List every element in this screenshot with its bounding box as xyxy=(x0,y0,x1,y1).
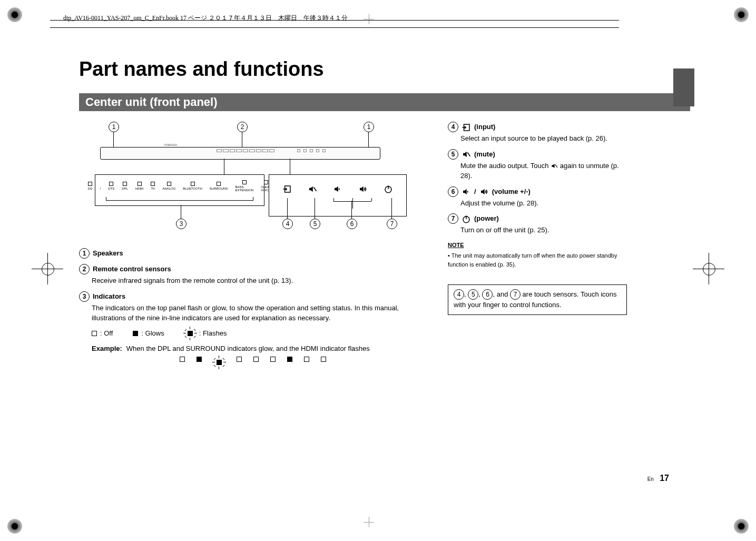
soundbar-body: YAMAHA xyxy=(100,147,380,160)
header-file-info: dtp_AV16-0011_YAS-207_om_C_EnFr.book 17 … xyxy=(63,14,348,23)
legend-glows: : Glows xyxy=(133,328,164,339)
registration-mark xyxy=(734,519,749,534)
fold-mark xyxy=(364,517,374,527)
registration-mark xyxy=(7,7,22,22)
crop-mark xyxy=(682,242,735,295)
note-body: • The unit may automatically turn off wh… xyxy=(448,251,627,269)
volume-down-icon xyxy=(333,183,342,194)
volume-down-icon xyxy=(462,186,471,197)
page-title: Part names and functions xyxy=(79,58,690,81)
fold-mark xyxy=(364,14,374,24)
page-footer: En 17 xyxy=(647,474,669,483)
legend-flashes: : Flashes xyxy=(184,328,227,339)
callout-3: 3 xyxy=(176,219,186,229)
mute-icon xyxy=(308,183,317,194)
registration-mark xyxy=(734,7,749,22)
header-rule-bottom xyxy=(50,27,619,28)
desc-speakers: 1Speakers xyxy=(79,248,427,259)
mute-icon xyxy=(462,149,471,160)
svg-line-6 xyxy=(555,164,557,168)
callout-6: 6 xyxy=(347,219,357,229)
touch-sensor-detail-box xyxy=(269,174,407,217)
volume-up-icon xyxy=(479,186,489,197)
example-text: When the DPL and SURROUND indicators glo… xyxy=(126,343,370,354)
section-header: Center unit (front panel) xyxy=(79,93,690,111)
page-thumb-tab xyxy=(673,68,694,106)
callout-5: 5 xyxy=(310,219,320,229)
desc-power: 7 (power) Turn on or off the unit (p. 25… xyxy=(448,213,627,235)
input-icon xyxy=(462,122,471,132)
front-panel-diagram: 1 2 1 YAMAHA xyxy=(79,122,427,238)
footer-page-number: 17 xyxy=(660,474,669,483)
legend-off: : Off xyxy=(92,328,113,339)
desc-indicators: 3Indicators The indicators on the top pa… xyxy=(79,291,427,369)
desc-remote-sensors: 2Remote control sensors Receive infrared… xyxy=(79,264,427,286)
example-indicator-row xyxy=(79,357,427,368)
note-heading: NOTE xyxy=(448,241,627,250)
touch-sensor-note: 4, 5, 6, and 7 are touch sensors. Touch … xyxy=(448,284,627,315)
mute-icon xyxy=(551,162,558,170)
svg-line-1 xyxy=(313,188,316,192)
input-icon xyxy=(282,183,292,194)
indicator-detail-box: DD / DTS DPL HDMI TV ANALOG BLUETOOTH SU… xyxy=(95,174,264,206)
section-title: Center unit (front panel) xyxy=(85,95,218,109)
callout-4: 4 xyxy=(282,219,293,229)
callout-1-left: 1 xyxy=(109,122,119,132)
example-label: Example: xyxy=(92,343,122,354)
callout-2: 2 xyxy=(237,122,248,132)
power-icon xyxy=(384,183,393,194)
crop-mark xyxy=(21,242,74,295)
footer-lang: En xyxy=(647,476,654,482)
svg-line-5 xyxy=(467,153,470,157)
power-icon xyxy=(462,213,471,224)
callout-1-right: 1 xyxy=(364,122,374,132)
desc-volume: 6 / (volume +/-) Adjust the volume (p. 2… xyxy=(448,186,627,209)
volume-up-icon xyxy=(358,183,368,194)
desc-mute: 5 (mute) Mute the audio output. Touch ag… xyxy=(448,149,627,181)
callout-7: 7 xyxy=(387,219,397,229)
desc-input: 4 (input) Select an input source to be p… xyxy=(448,122,627,144)
registration-mark xyxy=(7,519,22,534)
